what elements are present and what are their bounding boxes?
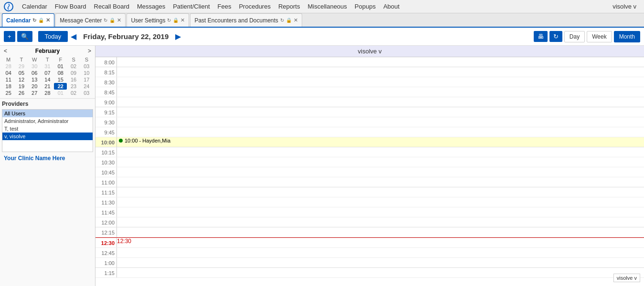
mini-cal-day[interactable]: 02 <box>67 90 80 96</box>
tab-lock-icon2[interactable]: 🔒 <box>109 18 115 23</box>
mini-cal-day[interactable]: 28 <box>2 63 15 70</box>
mini-cal-day[interactable]: 26 <box>15 90 28 96</box>
time-cell[interactable] <box>117 248 644 257</box>
provider-item[interactable]: Administrator, Administrator <box>2 117 93 125</box>
time-cell[interactable] <box>117 167 644 177</box>
mini-cal-day[interactable]: 08 <box>54 70 67 76</box>
nav-item-patient-client[interactable]: Patient/Client <box>169 3 213 10</box>
time-cell[interactable] <box>117 177 644 187</box>
prev-button[interactable]: ◀ <box>68 32 79 41</box>
time-cell[interactable] <box>117 157 644 167</box>
time-cell[interactable] <box>117 67 644 77</box>
refresh-button[interactable]: ↻ <box>549 31 562 42</box>
nav-item-about[interactable]: About <box>380 3 403 10</box>
time-cell[interactable] <box>117 97 644 107</box>
mini-cal-day[interactable]: 06 <box>28 70 41 76</box>
add-button[interactable]: + <box>4 31 15 42</box>
mini-cal-prev[interactable]: < <box>2 48 9 54</box>
nav-item-messages[interactable]: Messages <box>133 3 169 10</box>
nav-item-flow-board[interactable]: Flow Board <box>51 3 90 10</box>
mini-cal-day[interactable]: 05 <box>15 70 28 76</box>
time-cell[interactable] <box>117 217 644 227</box>
nav-item-recall-board[interactable]: Recall Board <box>90 3 133 10</box>
time-cell[interactable] <box>117 268 644 277</box>
tab-close-icon4[interactable]: ✕ <box>294 17 298 23</box>
provider-item[interactable]: T, test <box>2 125 93 133</box>
mini-cal-day[interactable]: 01 <box>54 63 67 70</box>
nav-item-popups[interactable]: Popups <box>351 3 380 10</box>
mini-cal-day[interactable]: 29 <box>15 63 28 70</box>
mini-cal-day[interactable]: 09 <box>67 70 80 76</box>
time-cell[interactable] <box>117 207 644 217</box>
time-cell[interactable] <box>117 127 644 137</box>
time-cell[interactable] <box>117 187 644 197</box>
tab-close-icon3[interactable]: ✕ <box>180 17 185 23</box>
tab-refresh-icon4[interactable]: ↻ <box>280 18 284 23</box>
mini-cal-day[interactable]: 11 <box>2 76 15 83</box>
time-cell[interactable] <box>117 77 644 87</box>
mini-cal-day[interactable]: 21 <box>41 83 54 90</box>
tab-close-icon2[interactable]: ✕ <box>117 17 121 23</box>
time-cell[interactable] <box>117 87 644 97</box>
mini-cal-next[interactable]: > <box>86 48 93 54</box>
mini-cal-day[interactable]: 17 <box>80 76 93 83</box>
mini-cal-day[interactable]: 10 <box>80 70 93 76</box>
tab-lock-icon4[interactable]: 🔒 <box>286 18 292 23</box>
search-button[interactable]: 🔍 <box>17 31 32 42</box>
mini-cal-day[interactable]: 02 <box>67 63 80 70</box>
time-cell[interactable] <box>117 147 644 157</box>
mini-cal-day[interactable]: 18 <box>2 83 15 90</box>
mini-cal-day[interactable]: 16 <box>67 76 80 83</box>
month-view-button[interactable]: Month <box>614 31 640 42</box>
mini-cal-day[interactable]: 14 <box>41 76 54 83</box>
mini-cal-day[interactable]: 28 <box>41 90 54 96</box>
tab-calendar[interactable]: Calendar ↻ 🔒 ✕ <box>2 13 54 27</box>
tab-refresh-icon2[interactable]: ↻ <box>104 18 107 23</box>
mini-cal-day[interactable]: 19 <box>15 83 28 90</box>
print-button[interactable]: 🖶 <box>534 31 548 42</box>
mini-cal-day[interactable]: 04 <box>2 70 15 76</box>
nav-item-miscellaneous[interactable]: Miscellaneous <box>304 3 350 10</box>
mini-cal-day[interactable]: 03 <box>80 63 93 70</box>
time-cell[interactable] <box>117 197 644 207</box>
provider-item[interactable]: v, visolve <box>2 133 93 140</box>
mini-cal-day[interactable]: 22 <box>54 83 67 90</box>
week-view-button[interactable]: Week <box>587 31 612 42</box>
time-cell[interactable]: 10:00 - Hayden,Mia <box>117 137 644 147</box>
mini-cal-day[interactable]: 27 <box>28 90 41 96</box>
tab-close-icon[interactable]: ✕ <box>46 17 50 23</box>
mini-cal-day[interactable]: 12 <box>15 76 28 83</box>
mini-cal-day[interactable]: 03 <box>80 90 93 96</box>
time-cell[interactable] <box>117 227 644 237</box>
next-button[interactable]: ▶ <box>172 32 184 41</box>
time-cell[interactable] <box>117 117 644 127</box>
tab-refresh-icon[interactable]: ↻ <box>32 18 36 23</box>
nav-item-calendar[interactable]: Calendar <box>18 3 51 10</box>
provider-item[interactable]: All Users <box>2 110 93 117</box>
mini-cal-day[interactable]: 24 <box>80 83 93 90</box>
mini-cal-day[interactable]: 30 <box>28 63 41 70</box>
mini-cal-day[interactable]: 13 <box>28 76 41 83</box>
mini-cal-day[interactable]: 07 <box>41 70 54 76</box>
mini-cal-day[interactable]: 01 <box>54 90 67 96</box>
appointment[interactable]: 10:00 - Hayden,Mia <box>117 137 644 144</box>
mini-cal-day[interactable]: 20 <box>28 83 41 90</box>
mini-cal-day[interactable]: 15 <box>54 76 67 83</box>
tab-lock-icon[interactable]: 🔒 <box>38 18 44 23</box>
mini-cal-day[interactable]: 31 <box>41 63 54 70</box>
tab-past-encounters[interactable]: Past Encounters and Documents ↻ 🔒 ✕ <box>190 13 302 27</box>
tab-user-settings[interactable]: User Settings ↻ 🔒 ✕ <box>127 13 189 27</box>
time-cell[interactable]: 12:30 <box>117 238 644 247</box>
tab-refresh-icon3[interactable]: ↻ <box>167 18 171 23</box>
mini-cal-day[interactable]: 23 <box>67 83 80 90</box>
tab-message-center[interactable]: Message Center ↻ 🔒 ✕ <box>55 13 126 27</box>
day-view-button[interactable]: Day <box>564 31 585 42</box>
time-cell[interactable] <box>117 258 644 267</box>
nav-item-reports[interactable]: Reports <box>274 3 304 10</box>
tab-lock-icon3[interactable]: 🔒 <box>173 18 179 23</box>
mini-cal-day[interactable]: 25 <box>2 90 15 96</box>
today-button[interactable]: Today <box>38 31 68 42</box>
nav-item-procedures[interactable]: Procedures <box>235 3 274 10</box>
time-cell[interactable] <box>117 107 644 117</box>
nav-item-fees[interactable]: Fees <box>214 3 235 10</box>
